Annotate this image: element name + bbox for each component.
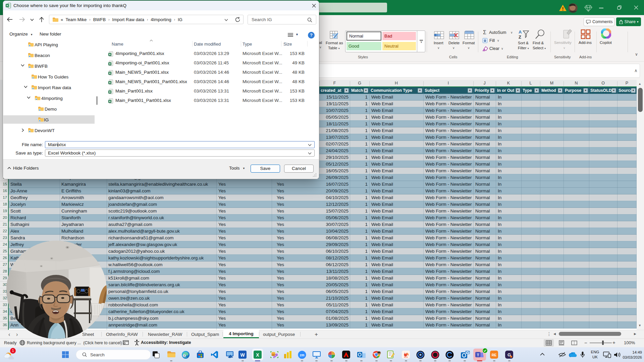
svg-text:RE: RE: [492, 353, 497, 357]
svg-text:X: X: [256, 352, 259, 358]
svg-text:A: A: [519, 29, 522, 35]
svg-text:T: T: [477, 353, 479, 357]
svg-text:W: W: [240, 352, 245, 358]
svg-text:Z: Z: [519, 35, 521, 40]
svg-text:zm: zm: [300, 353, 305, 357]
